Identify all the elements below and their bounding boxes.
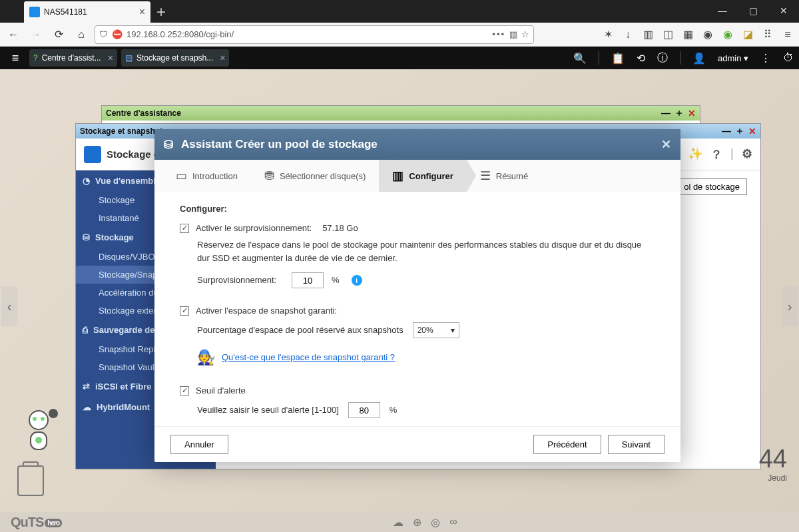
alert-field-label: Veuillez saisir le seuil d'alerte [1-100… bbox=[197, 403, 339, 417]
footer-cloud-icon[interactable]: ☁ bbox=[393, 516, 403, 529]
overprovisioning-size: 57.18 Go bbox=[322, 223, 358, 233]
window-minimize-icon[interactable]: — bbox=[722, 126, 731, 136]
grid-icon[interactable]: ▦ bbox=[680, 27, 695, 42]
desktop-clock: 44 Jeudi bbox=[759, 445, 787, 483]
help-mascot-icon: 🧑‍🔧 bbox=[197, 346, 215, 368]
snapshot-help-link[interactable]: Qu'est-ce que l'espace de snapshot garan… bbox=[222, 351, 395, 364]
window-close-icon[interactable]: ✕ bbox=[748, 126, 756, 136]
reload-button[interactable]: ⟳ bbox=[49, 25, 68, 44]
snapshot-field-label: Pourcentage d'espace de pool réservé aux… bbox=[197, 324, 403, 337]
create-pool-button[interactable]: ol de stockage bbox=[676, 178, 747, 195]
pocket-icon[interactable]: ✶ bbox=[601, 27, 615, 42]
window-minimize-button[interactable]: — bbox=[707, 0, 738, 21]
cancel-button[interactable]: Annuler bbox=[170, 435, 228, 454]
disk-icon: ⛁ bbox=[164, 138, 173, 152]
desktop-tab-label: Stockage et snapsh... bbox=[136, 53, 213, 63]
gear-icon[interactable]: ⚙ bbox=[742, 146, 752, 162]
window-close-button[interactable]: ✕ bbox=[768, 0, 799, 21]
sidebar-icon[interactable]: ◫ bbox=[661, 27, 675, 42]
browser-tab[interactable]: NAS541181 × bbox=[24, 1, 150, 23]
window-maximize-button[interactable]: ▢ bbox=[738, 0, 768, 21]
clipboard-icon[interactable]: 📋 bbox=[611, 52, 625, 65]
desktop-menu-icon[interactable]: ≡ bbox=[5, 51, 25, 65]
svg-point-2 bbox=[41, 417, 45, 421]
wizard-step-summary[interactable]: ☰ Résumé bbox=[467, 160, 541, 192]
url-bar[interactable]: 🛡 ⛔ 192.168.0.252:8080/cgi-bin/ ••• ▥ ☆ bbox=[95, 25, 534, 44]
help-icon[interactable]: ？ bbox=[710, 146, 722, 162]
library-icon[interactable]: ▥ bbox=[641, 27, 655, 42]
bookmark-star-icon[interactable]: ☆ bbox=[521, 29, 529, 39]
ext-menu-icon[interactable]: ⠿ bbox=[760, 27, 775, 42]
reader-icon[interactable]: ▥ bbox=[509, 29, 517, 39]
overprovisioning-label: Activer le surprovisionnement: bbox=[196, 223, 312, 233]
overprovisioning-desc: Réservez de l'espace dans le pool de sto… bbox=[197, 238, 655, 264]
window-maximize-icon[interactable]: ＋ bbox=[674, 107, 684, 119]
intro-icon: ▭ bbox=[176, 168, 187, 183]
info-icon[interactable]: i bbox=[352, 275, 362, 286]
alert-threshold-input[interactable] bbox=[348, 402, 380, 418]
new-tab-button[interactable]: + bbox=[150, 1, 172, 23]
quts-logo: QuTShero bbox=[11, 515, 62, 530]
downloads-icon[interactable]: ↓ bbox=[621, 27, 635, 42]
wand-icon[interactable]: ✨ bbox=[688, 146, 702, 162]
home-button[interactable]: ⌂ bbox=[72, 25, 91, 44]
chevron-down-icon: ▾ bbox=[451, 324, 455, 336]
overprovisioning-field-label: Surprovisionnement: bbox=[197, 274, 284, 287]
wizard-step-introduction[interactable]: ▭ Introduction bbox=[162, 160, 251, 192]
lock-icon: ⛔ bbox=[112, 29, 123, 39]
previous-button[interactable]: Précédent bbox=[533, 435, 601, 454]
close-tab-icon[interactable]: × bbox=[139, 6, 145, 18]
more-icon[interactable]: ••• bbox=[492, 29, 505, 39]
overprovisioning-checkbox[interactable]: ✓ bbox=[180, 224, 189, 233]
storage-icon: ▤ bbox=[125, 53, 133, 63]
desktop-tab-assistance[interactable]: ? Centre d'assist... × bbox=[29, 49, 117, 67]
next-button[interactable]: Suivant bbox=[608, 435, 665, 454]
desktop-prev-arrow[interactable]: ‹ bbox=[1, 286, 17, 326]
sync-icon[interactable]: ⟲ bbox=[637, 52, 645, 65]
dashboard-icon[interactable]: ⏱ bbox=[783, 52, 794, 64]
ext2-icon[interactable]: ◉ bbox=[720, 27, 735, 42]
snapshot-checkbox[interactable]: ✓ bbox=[180, 306, 189, 316]
snapshot-label: Activer l'espace de snapshot garanti: bbox=[196, 306, 337, 316]
user-icon[interactable]: 👤 bbox=[692, 52, 706, 65]
wizard-step-configure[interactable]: ▥ Configurer bbox=[379, 160, 466, 192]
close-icon[interactable]: × bbox=[108, 53, 113, 63]
assistant-robot-icon[interactable] bbox=[19, 408, 59, 455]
trash-icon[interactable] bbox=[17, 465, 44, 496]
favicon bbox=[29, 7, 40, 17]
desktop-next-arrow[interactable]: › bbox=[782, 286, 798, 326]
svg-point-5 bbox=[49, 409, 58, 418]
svg-point-0 bbox=[29, 411, 48, 429]
close-icon[interactable]: × bbox=[220, 53, 225, 63]
overprovisioning-unit: % bbox=[332, 274, 340, 287]
ext3-icon[interactable]: ◪ bbox=[740, 27, 755, 42]
overprovisioning-input[interactable] bbox=[292, 272, 324, 288]
user-menu[interactable]: admin ▾ bbox=[718, 53, 748, 63]
close-icon[interactable]: ✕ bbox=[661, 137, 671, 152]
forward-button[interactable]: → bbox=[27, 25, 45, 44]
ext1-icon[interactable]: ◉ bbox=[700, 27, 715, 42]
alert-label: Seuil d'alerte bbox=[196, 386, 246, 396]
snapshot-percent-select[interactable]: 20% ▾ bbox=[413, 322, 459, 338]
search-icon[interactable]: 🔍 bbox=[573, 52, 587, 65]
svg-point-1 bbox=[33, 417, 37, 421]
more-vert-icon[interactable]: ⋮ bbox=[760, 52, 771, 65]
storage-app-icon bbox=[84, 146, 101, 163]
summary-icon: ☰ bbox=[480, 168, 491, 183]
window-minimize-icon[interactable]: — bbox=[661, 108, 670, 119]
back-button[interactable]: ← bbox=[4, 25, 23, 44]
footer-globe-icon[interactable]: ⊕ bbox=[413, 516, 421, 529]
desktop-tab-storage[interactable]: ▤ Stockage et snapsh... × bbox=[121, 49, 230, 67]
footer-mic-icon[interactable]: ◎ bbox=[431, 516, 440, 529]
browser-menu-icon[interactable]: ≡ bbox=[780, 27, 795, 42]
wizard-step-select-disks[interactable]: ⛃ Sélectionner disque(s) bbox=[251, 160, 379, 192]
browser-tab-title: NAS541181 bbox=[44, 7, 87, 17]
wizard-create-pool: ⛁ Assistant Créer un pool de stockage ✕ … bbox=[154, 129, 680, 462]
window-maximize-icon[interactable]: ＋ bbox=[735, 125, 744, 137]
wizard-title: Assistant Créer un pool de stockage bbox=[181, 138, 378, 151]
footer-link-icon[interactable]: ∞ bbox=[449, 516, 457, 529]
alert-checkbox[interactable]: ✓ bbox=[180, 386, 189, 396]
info-icon[interactable]: ⓘ bbox=[657, 51, 668, 65]
window-close-icon[interactable]: ✕ bbox=[688, 108, 696, 119]
svg-point-4 bbox=[35, 437, 42, 443]
